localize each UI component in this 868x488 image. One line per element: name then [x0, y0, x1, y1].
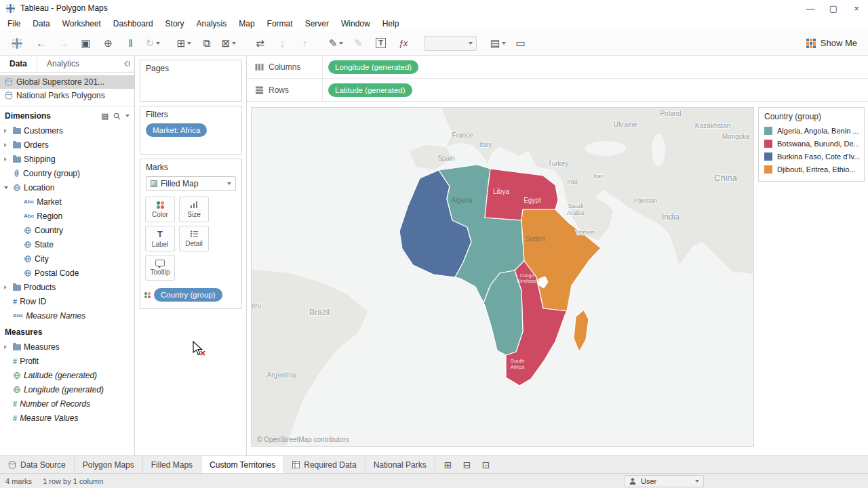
tab-analytics[interactable]: Analytics	[37, 56, 89, 72]
fix-axes-button[interactable]: ƒx	[393, 34, 414, 53]
field-row-id[interactable]: #Row ID	[0, 294, 134, 308]
rows-pill-latitude[interactable]: Latitude (generated)	[328, 83, 412, 97]
datasource-item[interactable]: National Parks Polygons	[0, 89, 134, 102]
menu-analysis[interactable]: Analysis	[191, 19, 233, 28]
sheet-tab-national-parks[interactable]: National Parks	[366, 456, 435, 473]
new-dashboard-button[interactable]: ⊟	[458, 457, 476, 473]
sort-fields-icon[interactable]	[125, 115, 130, 117]
highlight-button[interactable]: ✎	[326, 34, 347, 53]
datasource-item[interactable]: Global Superstore 201...	[0, 75, 134, 89]
new-story-button[interactable]: ⊡	[477, 457, 495, 473]
rows-shelf[interactable]: Rows Latitude (generated)	[247, 79, 868, 102]
field-products[interactable]: Products	[0, 280, 134, 294]
marks-pill-country-group[interactable]: Country (group)	[154, 288, 222, 302]
legend-item[interactable]: Botswana, Burundi, De...	[764, 137, 859, 150]
field-market[interactable]: AbcMarket	[0, 195, 134, 209]
expand-icon[interactable]	[4, 345, 10, 349]
legend-item[interactable]: Djibouti, Eritrea, Ethio...	[764, 163, 859, 176]
field-number-of-records[interactable]: #Number of Records	[0, 396, 134, 411]
menu-window[interactable]: Window	[335, 19, 376, 28]
clear-sheet-button[interactable]: ⊠	[218, 34, 239, 53]
mark-button-tooltip[interactable]: Tooltip	[145, 255, 175, 281]
search-icon[interactable]	[113, 113, 121, 120]
sort-ascending-button[interactable]: ↓	[272, 34, 293, 53]
menu-dashboard[interactable]: Dashboard	[107, 19, 159, 28]
menu-data[interactable]: Data	[26, 19, 56, 28]
field-country[interactable]: Country	[0, 223, 134, 237]
close-button[interactable]: ×	[845, 0, 868, 16]
field-shipping[interactable]: Shipping	[0, 152, 134, 166]
run-auto-updates-button[interactable]: ↻	[142, 34, 163, 53]
color-legend[interactable]: Country (group) Algeria, Angola, Benin .…	[758, 107, 865, 182]
field-customers[interactable]: Customers	[0, 123, 134, 138]
menu-worksheet[interactable]: Worksheet	[56, 19, 107, 28]
show-hide-cards-button[interactable]: ▤	[488, 34, 509, 53]
sheet-tab-filled-maps[interactable]: Filled Maps	[143, 456, 201, 473]
field-city[interactable]: City	[0, 251, 134, 266]
legend-item[interactable]: Algeria, Angola, Benin ...	[764, 124, 859, 137]
field-profit[interactable]: #Profit	[0, 354, 134, 368]
menu-format[interactable]: Format	[261, 19, 299, 28]
show-mark-labels-button[interactable]: T	[370, 34, 391, 53]
field-region[interactable]: AbcRegion	[0, 209, 134, 223]
sheet-tab-polygon-maps[interactable]: Polygon Maps	[75, 456, 143, 473]
minimize-button[interactable]: —	[799, 0, 822, 16]
field-measure-values[interactable]: #Measure Values	[0, 411, 134, 425]
tableau-home-button[interactable]	[4, 34, 30, 53]
menu-story[interactable]: Story	[159, 19, 191, 28]
swap-rows-columns-button[interactable]: ⇄	[250, 34, 271, 53]
user-dropdown[interactable]: User	[624, 475, 704, 487]
menu-file[interactable]: File	[1, 19, 26, 28]
filters-card[interactable]: Filters Market: Africa	[140, 106, 242, 155]
new-worksheet-button[interactable]: ⊞	[174, 34, 195, 53]
filter-pill-market-africa[interactable]: Market: Africa	[146, 123, 207, 137]
mark-button-detail[interactable]: Detail	[179, 226, 209, 251]
new-worksheet-button[interactable]: ⊞	[439, 457, 457, 473]
expand-icon[interactable]	[4, 186, 10, 189]
fit-button[interactable]	[424, 36, 477, 51]
sheet-tab-data-source[interactable]: Data Source	[0, 456, 75, 473]
menu-map[interactable]: Map	[233, 19, 260, 28]
field-latitude-generated-[interactable]: Latitude (generated)	[0, 368, 134, 382]
collapse-pane-icon[interactable]	[123, 60, 130, 67]
sheet-tab-required-data[interactable]: Required Data	[284, 456, 365, 473]
view-data-icon[interactable]: ▤	[102, 112, 108, 121]
new-data-source-button[interactable]: ⊕	[98, 34, 119, 53]
redo-button[interactable]: →	[53, 34, 74, 53]
legend-item[interactable]: Burkina Faso, Cote d'Iv...	[764, 150, 859, 163]
duplicate-sheet-button[interactable]: ⧉	[196, 34, 217, 53]
pages-card[interactable]: Pages	[140, 60, 242, 102]
menu-server[interactable]: Server	[299, 19, 335, 28]
field-state[interactable]: State	[0, 237, 134, 251]
expand-icon[interactable]	[4, 143, 10, 147]
sort-descending-button[interactable]: ↑	[294, 34, 315, 53]
show-me-button[interactable]: Show Me	[806, 38, 868, 48]
field-country-group-[interactable]: Country (group)	[0, 166, 134, 180]
expand-icon[interactable]	[4, 129, 10, 133]
field-orders[interactable]: Orders	[0, 138, 134, 152]
field-measure-names[interactable]: AbcMeasure Names	[0, 308, 134, 323]
mark-button-size[interactable]: Size	[179, 197, 209, 222]
expand-icon[interactable]	[4, 157, 10, 161]
columns-pill-longitude[interactable]: Longitude (generated)	[328, 60, 418, 74]
save-button[interactable]: ▣	[75, 34, 96, 53]
presentation-mode-button[interactable]: ▭	[510, 34, 531, 53]
map-view[interactable]: PolandUkraineFranceItalySpainTurkeyKazak…	[251, 107, 754, 447]
field-measures[interactable]: Measures	[0, 340, 134, 354]
maximize-button[interactable]: ▢	[822, 0, 845, 16]
mark-button-label[interactable]: TLabel	[145, 226, 175, 251]
expand-icon[interactable]	[4, 285, 10, 289]
mark-button-color[interactable]: Color	[145, 197, 175, 222]
tab-data[interactable]: Data	[0, 56, 37, 72]
format-highlighter-button[interactable]: ✎	[348, 34, 369, 53]
pause-auto-updates-button[interactable]: ‖	[120, 34, 141, 53]
undo-button[interactable]: ←	[31, 34, 52, 53]
world-map[interactable]: PolandUkraineFranceItalySpainTurkeyKazak…	[252, 108, 753, 446]
menu-help[interactable]: Help	[376, 19, 406, 28]
mark-type-dropdown[interactable]: Filled Map	[146, 176, 236, 191]
field-postal-code[interactable]: Postal Code	[0, 266, 134, 280]
field-longitude-generated-[interactable]: Longitude (generated)	[0, 382, 134, 396]
columns-shelf[interactable]: Columns Longitude (generated)	[247, 56, 868, 79]
field-location[interactable]: Location	[0, 180, 134, 195]
sheet-tab-custom-territories[interactable]: Custom Territories	[201, 456, 284, 473]
